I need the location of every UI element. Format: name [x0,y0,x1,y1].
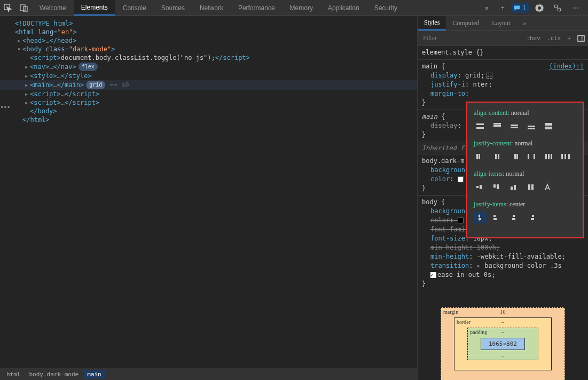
svg-rect-37 [480,185,482,189]
experiments-icon[interactable] [550,0,566,16]
dom-node[interactable]: ▾<body class="dark-mode"> [0,45,417,53]
selector[interactable]: element.style [422,49,472,56]
tab-sources[interactable]: Sources [154,0,192,15]
expand-icon[interactable]: ▸ [25,99,30,106]
align-option-icon[interactable] [525,120,538,132]
checkbox-icon[interactable] [430,272,436,278]
align-option-icon[interactable] [491,120,504,132]
align-option-icon[interactable] [559,151,572,162]
box-margin[interactable]: margin10border–padding–1065×802– [441,307,565,380]
dom-node[interactable]: ▸<script>…</script> [0,98,417,107]
align-option-icon[interactable] [474,120,487,132]
expand-icon[interactable]: ▾ [17,45,22,53]
dom-node[interactable]: ▸<script>…</script> [0,90,417,98]
dom-node[interactable]: </body> [0,107,417,115]
css-property[interactable]: min-height: -webkit-fill-available; [422,252,584,261]
sub-tab-layout[interactable]: Layout [485,16,516,30]
selector[interactable]: body [422,198,437,206]
align-option-icon[interactable] [542,181,555,193]
expand-icon[interactable]: ▸ [25,90,30,98]
align-option-icon[interactable] [525,151,538,162]
dom-node[interactable]: ▸<nav>…</nav>flex [0,62,417,72]
crumb-main[interactable]: main [83,370,106,379]
sub-tab-styles[interactable]: Styles [418,16,446,30]
align-option-icon[interactable] [508,212,521,223]
add-tab-icon[interactable]: + [495,0,511,16]
messages-badge[interactable]: 1 [511,3,529,13]
main-tabs: WelcomeElementsConsoleSourcesNetworkPerf… [32,0,479,15]
align-option-icon[interactable] [542,120,555,132]
dom-node[interactable]: </html> [0,115,417,124]
align-option-icon[interactable] [525,212,538,223]
align-option-icon[interactable] [508,120,521,132]
cls-button[interactable]: .cls [544,35,565,42]
crumb-html[interactable]: html [2,370,25,379]
css-property[interactable]: margin-to: [422,89,584,98]
tab-network[interactable]: Network [192,0,231,15]
settings-icon[interactable] [531,0,547,16]
selector[interactable]: body.dark-m [422,157,464,165]
more-icon[interactable]: ⋯ [568,0,584,16]
align-option-icon[interactable] [491,212,504,223]
dom-node[interactable]: ▸<main>…</main>grid== $0 [0,80,417,90]
color-swatch-icon[interactable] [458,176,464,182]
sub-tab-computed[interactable]: Computed [446,16,485,30]
source-link[interactable]: (index):1 [549,62,584,71]
styles-filter-input[interactable] [418,34,523,42]
dom-node[interactable]: ▸<head>…</head> [0,36,417,45]
svg-rect-18 [528,126,535,127]
css-property[interactable]: min-height: 100vh; [422,243,584,252]
expand-icon[interactable]: ▸ [25,81,30,89]
more-tabs-icon[interactable]: » [479,0,495,16]
expand-icon[interactable]: ▸ [477,262,481,269]
css-property[interactable]: transition: ▸ background-color .3s [422,261,584,270]
svg-rect-14 [493,123,501,125]
tab-performance[interactable]: Performance [231,0,283,15]
sub-tab-more-icon[interactable]: » [516,16,532,30]
color-swatch-icon[interactable] [458,218,464,223]
align-option-icon[interactable] [525,181,538,193]
expand-icon[interactable]: ▸ [25,72,30,80]
dom-node[interactable]: ▸<style>…</style> [0,72,417,80]
hov-button[interactable]: :hov [523,35,544,42]
css-property[interactable]: ease-in-out 0s; [422,270,584,280]
flex-badge[interactable]: flex [79,63,98,71]
css-property[interactable]: display: grid; [422,71,584,80]
inspect-icon[interactable] [0,0,16,16]
align-option-icon[interactable] [508,181,521,193]
css-rule[interactable]: element.style {} [418,46,588,60]
align-option-icon[interactable] [542,151,555,162]
svg-rect-51 [532,215,534,217]
expand-icon[interactable]: ▸ [17,37,22,44]
box-border[interactable]: border–padding–1065×802– [454,317,552,370]
tab-security[interactable]: Security [367,0,405,15]
css-property[interactable]: justify-i: nter; [422,80,584,89]
align-option-icon[interactable] [491,151,504,162]
selector[interactable]: main [422,63,437,70]
device-icon[interactable] [16,0,32,16]
tab-elements[interactable]: Elements [74,0,115,15]
dom-node[interactable]: <html lang="en"> [0,28,417,36]
crumb-body-dark-mode[interactable]: body.dark-mode [25,370,83,379]
tab-welcome[interactable]: Welcome [32,0,74,15]
tab-application[interactable]: Application [320,0,367,15]
selector[interactable]: main [422,113,437,120]
computed-toggle-icon[interactable] [574,35,588,42]
align-option-icon[interactable] [474,181,487,193]
new-rule-icon[interactable]: + [564,35,574,42]
align-option-icon[interactable] [474,212,487,223]
box-content[interactable]: 1065×802 [481,338,525,350]
align-option-icon[interactable] [474,151,487,162]
svg-rect-15 [493,125,501,127]
dom-node[interactable]: <script>document.body.classList.toggle("… [0,53,417,62]
align-option-icon[interactable] [491,181,504,193]
popover-label: align-items: normal [474,170,576,178]
grid-badge[interactable]: grid [86,81,105,89]
align-option-icon[interactable] [508,151,521,162]
grid-editor-icon[interactable] [487,73,492,79]
tab-memory[interactable]: Memory [283,0,320,15]
box-padding[interactable]: padding–1065×802– [467,328,538,360]
tab-console[interactable]: Console [115,0,154,15]
dom-node[interactable]: <!DOCTYPE html> [0,19,417,28]
expand-icon[interactable]: ▸ [25,63,30,71]
